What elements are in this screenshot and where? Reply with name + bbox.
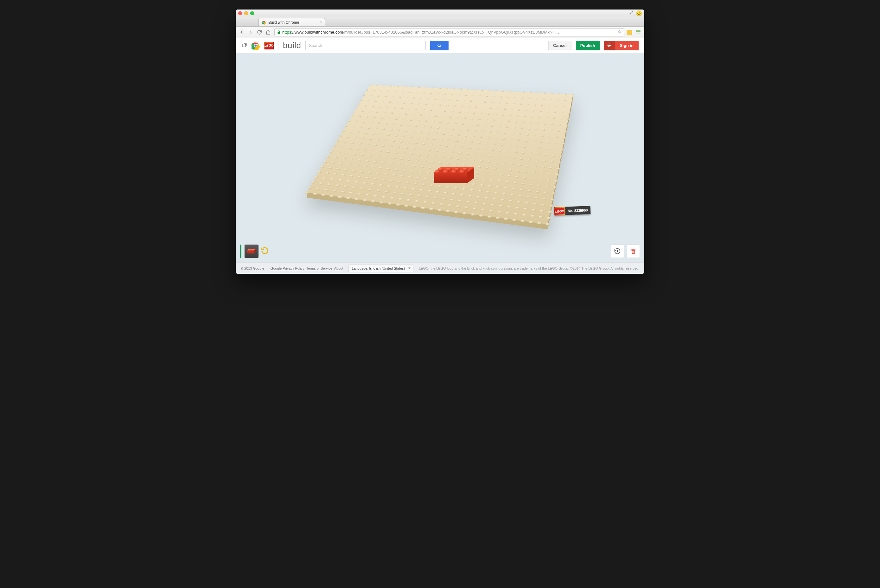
svg-point-583: [541, 204, 545, 206]
svg-point-147: [444, 111, 446, 112]
svg-point-92: [484, 101, 486, 103]
search-button[interactable]: [430, 41, 448, 50]
svg-point-557: [330, 178, 334, 180]
svg-point-122: [482, 107, 484, 108]
language-label: Language: English (United States): [352, 266, 405, 270]
svg-point-110: [396, 102, 398, 103]
footer-privacy-link[interactable]: Google Privacy Policy: [271, 266, 304, 270]
svg-point-291: [387, 134, 390, 136]
svg-point-517: [496, 186, 500, 188]
svg-point-549: [510, 194, 514, 196]
svg-point-564: [387, 185, 391, 187]
svg-point-653: [371, 200, 376, 203]
svg-point-554: [550, 199, 554, 201]
svg-point-473: [387, 168, 390, 170]
svg-point-19: [397, 86, 399, 87]
bookmark-star-icon[interactable]: [618, 30, 622, 35]
cancel-button[interactable]: Cancel: [548, 41, 571, 50]
svg-point-410: [369, 154, 372, 156]
share-icon[interactable]: [241, 42, 247, 49]
svg-point-194: [566, 125, 568, 126]
rotate-button[interactable]: [260, 246, 269, 256]
delete-button[interactable]: [627, 244, 640, 258]
svg-point-669: [504, 218, 508, 220]
sign-in-label: Sign in: [615, 41, 639, 50]
svg-point-596: [401, 192, 405, 195]
chrome-logo-icon: [252, 42, 260, 50]
tab-close-icon[interactable]: ×: [319, 20, 322, 24]
svg-point-185: [500, 120, 503, 122]
svg-point-77: [378, 95, 379, 97]
svg-point-239: [452, 128, 454, 130]
svg-point-218: [520, 128, 523, 129]
lock-icon: [277, 30, 281, 34]
chrome-menu-icon[interactable]: [636, 29, 641, 36]
svg-point-89: [463, 100, 465, 101]
svg-point-659: [421, 207, 426, 209]
svg-point-340: [529, 153, 532, 154]
svg-point-619: [341, 190, 345, 193]
window-minimize-button[interactable]: [244, 11, 248, 15]
svg-point-272: [472, 136, 475, 137]
svg-point-102: [555, 105, 557, 107]
svg-point-329: [445, 145, 448, 147]
svg-point-389: [441, 156, 444, 158]
svg-point-213: [483, 125, 486, 126]
home-button[interactable]: [265, 30, 271, 35]
svg-point-573: [460, 194, 464, 196]
fullscreen-icon[interactable]: [629, 10, 634, 16]
svg-point-388: [433, 156, 436, 158]
footer-about-link[interactable]: About: [334, 266, 343, 270]
svg-point-316: [346, 136, 349, 138]
back-button[interactable]: [239, 30, 244, 35]
svg-point-458: [507, 175, 511, 177]
svg-point-23: [426, 87, 427, 88]
publish-button[interactable]: Publish: [576, 41, 600, 50]
svg-point-547: [494, 192, 498, 194]
window-close-button[interactable]: [238, 11, 242, 15]
builder-canvas[interactable]: ${''} LE: [236, 53, 644, 262]
svg-point-660: [429, 208, 434, 210]
reload-button[interactable]: [256, 30, 262, 35]
svg-point-203: [410, 119, 412, 121]
address-bar[interactable]: https ://www.buildwithchrome.com /m/buil…: [274, 28, 624, 36]
svg-point-520: [520, 189, 524, 191]
forward-button[interactable]: [248, 30, 253, 35]
svg-point-98: [527, 104, 529, 105]
current-brick-button[interactable]: [244, 244, 258, 258]
footer-terms-link[interactable]: Terms of Service: [306, 266, 332, 270]
extension-icon[interactable]: [627, 30, 632, 35]
svg-point-630: [432, 202, 436, 204]
svg-point-202: [403, 119, 405, 120]
tab-build-with-chrome[interactable]: Build with Chrome ×: [258, 18, 325, 26]
svg-point-515: [480, 184, 484, 186]
svg-point-126: [511, 109, 513, 110]
svg-point-588: [336, 184, 340, 187]
svg-point-633: [456, 205, 460, 207]
svg-point-654: [379, 201, 384, 204]
smiley-extension-icon[interactable]: [636, 10, 642, 16]
svg-point-369: [520, 158, 523, 160]
svg-point-689: [248, 249, 250, 250]
svg-point-496: [328, 167, 332, 169]
svg-point-124: [497, 108, 499, 109]
svg-point-605: [475, 201, 479, 204]
window-maximize-button[interactable]: [250, 11, 254, 15]
svg-point-663: [454, 211, 459, 213]
svg-point-548: [502, 193, 506, 195]
svg-point-592: [368, 189, 372, 191]
sign-in-button[interactable]: Sign in: [604, 41, 639, 50]
svg-point-303: [478, 142, 481, 144]
svg-point-107: [375, 100, 377, 102]
history-button[interactable]: [611, 244, 624, 258]
svg-point-604: [466, 201, 471, 203]
svg-point-139: [386, 107, 388, 108]
svg-point-81: [406, 97, 408, 98]
language-select[interactable]: Language: English (United States): [348, 264, 414, 272]
svg-point-58: [458, 94, 460, 95]
svg-point-284: [562, 143, 565, 145]
search-input[interactable]: [305, 41, 426, 50]
svg-point-468: [347, 164, 351, 165]
svg-point-565: [395, 186, 399, 188]
svg-point-223: [557, 130, 560, 132]
